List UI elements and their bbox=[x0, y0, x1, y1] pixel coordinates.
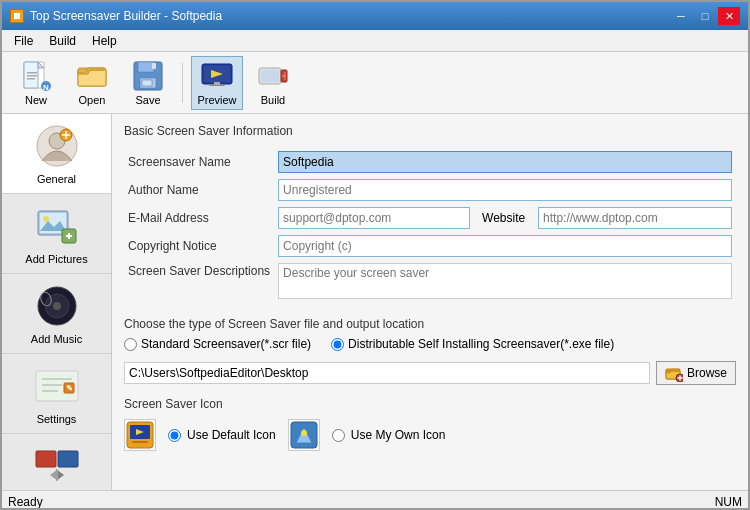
svg-point-65 bbox=[301, 430, 307, 436]
svg-rect-1 bbox=[14, 13, 20, 19]
sidebar-add-music-label: Add Music bbox=[31, 333, 82, 345]
svg-rect-23 bbox=[261, 70, 279, 82]
own-icon-choice[interactable]: Use My Own Icon bbox=[332, 428, 446, 442]
radio-default-icon[interactable] bbox=[168, 429, 181, 442]
new-label: New bbox=[25, 94, 47, 106]
window-controls: ─ □ ✕ bbox=[670, 7, 740, 25]
svg-rect-7 bbox=[27, 78, 35, 80]
default-icon-choice[interactable]: Use Default Icon bbox=[168, 428, 276, 442]
open-label: Open bbox=[79, 94, 106, 106]
sidebar-add-pictures-label: Add Pictures bbox=[25, 253, 87, 265]
add-music-icon bbox=[33, 282, 81, 329]
author-name-label: Author Name bbox=[124, 176, 274, 204]
window-title: Top Screensaver Builder - Softpedia bbox=[30, 9, 222, 23]
build-button[interactable]: Build bbox=[247, 56, 299, 110]
radio-exe-text: Distributable Self Installing Screensave… bbox=[348, 337, 614, 351]
website-input[interactable] bbox=[538, 207, 732, 229]
path-row: Browse bbox=[124, 361, 736, 385]
svg-rect-21 bbox=[214, 82, 220, 85]
svg-rect-26 bbox=[284, 72, 286, 80]
browse-button[interactable]: Browse bbox=[656, 361, 736, 385]
svg-rect-15 bbox=[142, 80, 152, 86]
svg-rect-50 bbox=[36, 451, 56, 467]
save-icon bbox=[132, 60, 164, 92]
new-icon: N bbox=[20, 60, 52, 92]
svg-rect-13 bbox=[138, 62, 154, 72]
build-icon bbox=[257, 60, 289, 92]
svg-rect-16 bbox=[152, 63, 156, 69]
app-icon bbox=[10, 9, 24, 23]
menu-help[interactable]: Help bbox=[84, 32, 125, 50]
save-button[interactable]: Save bbox=[122, 56, 174, 110]
svg-rect-5 bbox=[27, 72, 37, 74]
form-table: Screensaver Name Author Name E-Mail Addr… bbox=[124, 148, 736, 305]
toolbar-divider bbox=[182, 63, 183, 103]
svg-text:N: N bbox=[43, 83, 49, 92]
svg-marker-53 bbox=[50, 469, 58, 481]
add-pictures-icon bbox=[33, 202, 81, 249]
save-label: Save bbox=[135, 94, 160, 106]
preview-icon bbox=[201, 60, 233, 92]
sidebar-item-add-pictures[interactable]: Add Pictures bbox=[2, 194, 111, 274]
icon-section-title: Screen Saver Icon bbox=[124, 397, 736, 411]
svg-point-35 bbox=[43, 216, 49, 222]
email-label: E-Mail Address bbox=[124, 204, 274, 232]
radio-exe-label[interactable]: Distributable Self Installing Screensave… bbox=[331, 337, 614, 351]
section-title: Basic Screen Saver Information bbox=[124, 124, 736, 138]
radio-row: Standard Screensaver(*.scr file) Distrib… bbox=[124, 337, 736, 351]
sidebar-general-label: General bbox=[37, 173, 76, 185]
transition-icon bbox=[33, 442, 81, 489]
screensaver-name-label: Screensaver Name bbox=[124, 148, 274, 176]
own-icon-label: Use My Own Icon bbox=[351, 428, 446, 442]
copyright-input[interactable] bbox=[278, 235, 732, 257]
toolbar: N New Open Save bbox=[2, 52, 748, 114]
browse-label: Browse bbox=[687, 366, 727, 380]
open-button[interactable]: Open bbox=[66, 56, 118, 110]
minimize-button[interactable]: ─ bbox=[670, 7, 692, 25]
output-path-input[interactable] bbox=[124, 362, 650, 384]
close-button[interactable]: ✕ bbox=[718, 7, 740, 25]
sidebar: General Add Pictures bbox=[2, 114, 112, 490]
icon-row: Use Default Icon Use My Own Icon bbox=[124, 419, 736, 451]
preview-button[interactable]: Preview bbox=[191, 56, 243, 110]
copyright-label: Copyright Notice bbox=[124, 232, 274, 260]
radio-section-title: Choose the type of Screen Saver file and… bbox=[124, 317, 736, 331]
maximize-button[interactable]: □ bbox=[694, 7, 716, 25]
title-bar: Top Screensaver Builder - Softpedia ─ □ … bbox=[2, 2, 748, 30]
svg-rect-51 bbox=[58, 451, 78, 467]
icon-section: Screen Saver Icon Use Default Icon bbox=[124, 397, 736, 451]
descriptions-label: Screen Saver Descriptions bbox=[124, 260, 274, 305]
status-bar: Ready NUM bbox=[2, 490, 748, 510]
icon-preview bbox=[124, 419, 156, 451]
sidebar-item-transition[interactable]: Transition Effects bbox=[2, 434, 111, 490]
radio-scr[interactable] bbox=[124, 338, 137, 351]
menu-build[interactable]: Build bbox=[41, 32, 84, 50]
descriptions-input[interactable] bbox=[278, 263, 732, 299]
radio-own-icon[interactable] bbox=[332, 429, 345, 442]
email-input[interactable] bbox=[278, 207, 470, 229]
content-area: Basic Screen Saver Information Screensav… bbox=[112, 114, 748, 490]
sidebar-item-add-music[interactable]: Add Music bbox=[2, 274, 111, 354]
radio-scr-text: Standard Screensaver(*.scr file) bbox=[141, 337, 311, 351]
radio-exe[interactable] bbox=[331, 338, 344, 351]
screensaver-name-input[interactable] bbox=[278, 151, 732, 173]
author-name-input[interactable] bbox=[278, 179, 732, 201]
menu-file[interactable]: File bbox=[6, 32, 41, 50]
build-label: Build bbox=[261, 94, 285, 106]
new-button[interactable]: N New bbox=[10, 56, 62, 110]
radio-scr-label[interactable]: Standard Screensaver(*.scr file) bbox=[124, 337, 311, 351]
own-icon-preview bbox=[288, 419, 320, 451]
sidebar-settings-label: Settings bbox=[37, 413, 77, 425]
menu-bar: File Build Help bbox=[2, 30, 748, 52]
sidebar-item-settings[interactable]: ✎ Settings bbox=[2, 354, 111, 434]
radio-section: Choose the type of Screen Saver file and… bbox=[124, 317, 736, 351]
svg-text:✎: ✎ bbox=[65, 384, 72, 393]
preview-label: Preview bbox=[197, 94, 236, 106]
general-icon bbox=[33, 122, 81, 169]
settings-icon: ✎ bbox=[33, 362, 81, 409]
svg-rect-62 bbox=[132, 441, 148, 443]
sidebar-item-general[interactable]: General bbox=[2, 114, 111, 194]
default-icon-label: Use Default Icon bbox=[187, 428, 276, 442]
open-icon bbox=[76, 60, 108, 92]
browse-icon bbox=[665, 364, 683, 382]
